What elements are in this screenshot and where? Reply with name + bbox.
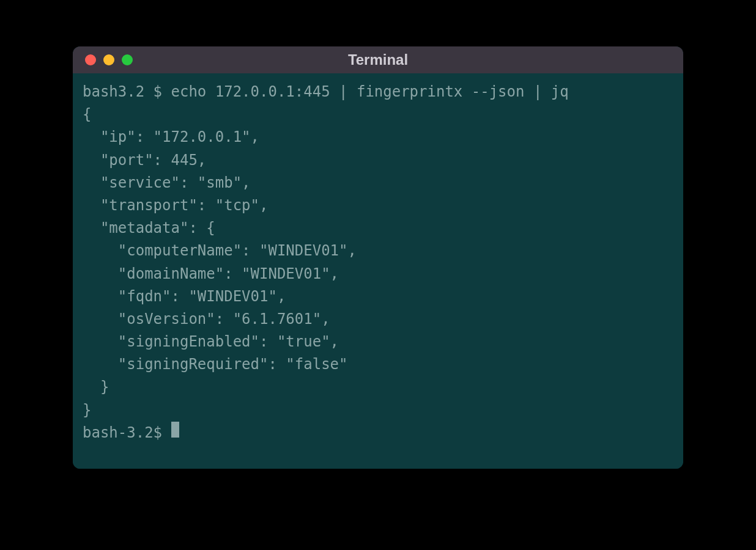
terminal-body[interactable]: bash3.2 $ echo 172.0.0.1:445 | fingerpri… xyxy=(73,73,683,469)
terminal-prompt: bash-3.2$ xyxy=(83,422,171,444)
terminal-output-line: "ip": "172.0.0.1", xyxy=(83,126,673,148)
terminal-output-line: "metadata": { xyxy=(83,217,673,240)
terminal-output-line: "domainName": "WINDEV01", xyxy=(83,263,673,285)
terminal-output-line: "osVersion": "6.1.7601", xyxy=(83,308,673,331)
maximize-icon[interactable] xyxy=(122,54,133,65)
terminal-output-line: } xyxy=(83,376,673,398)
window-title: Terminal xyxy=(348,51,408,68)
cursor-icon xyxy=(171,422,179,438)
terminal-prompt-line[interactable]: bash-3.2$ xyxy=(83,422,673,444)
terminal-output-line: "port": 445, xyxy=(83,149,673,172)
traffic-lights xyxy=(85,54,133,65)
terminal-window: Terminal bash3.2 $ echo 172.0.0.1:445 | … xyxy=(73,46,683,469)
terminal-output-line: "service": "smb", xyxy=(83,172,673,194)
terminal-output-line: "computerName": "WINDEV01", xyxy=(83,240,673,262)
minimize-icon[interactable] xyxy=(103,54,114,65)
terminal-output-line: bash3.2 $ echo 172.0.0.1:445 | fingerpri… xyxy=(83,81,673,103)
terminal-output-line: "transport": "tcp", xyxy=(83,194,673,217)
terminal-output-line: } xyxy=(83,399,673,422)
terminal-output-line: "signingRequired": "false" xyxy=(83,353,673,376)
title-bar: Terminal xyxy=(73,46,683,73)
terminal-output-line: { xyxy=(83,103,673,126)
close-icon[interactable] xyxy=(85,54,96,65)
terminal-output-line: "fqdn": "WINDEV01", xyxy=(83,285,673,308)
terminal-output-line: "signingEnabled": "true", xyxy=(83,331,673,353)
